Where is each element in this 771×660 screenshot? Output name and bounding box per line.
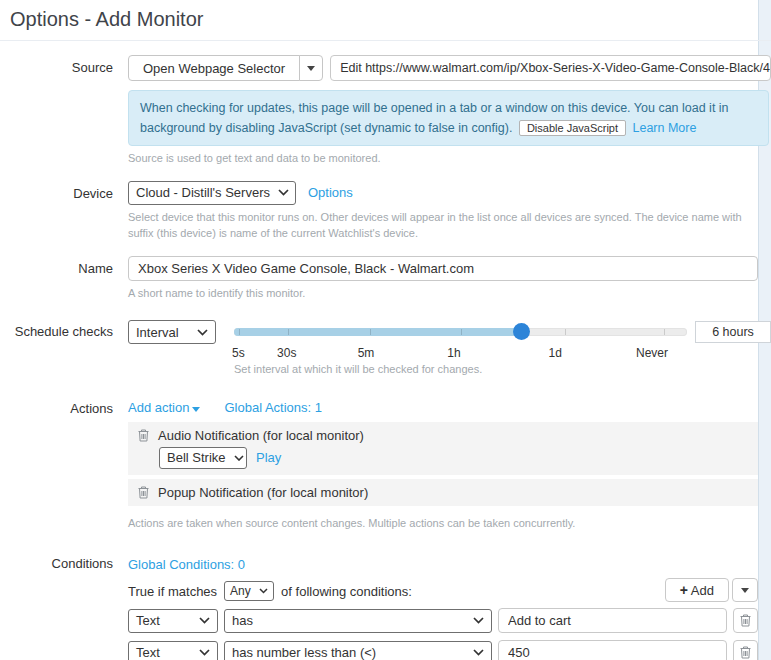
plus-icon: +: [680, 583, 688, 597]
interval-value-box: 6 hours: [695, 321, 771, 343]
tick-label: 30s: [277, 346, 296, 360]
schedule-help-text: Set interval at which it will be checked…: [234, 361, 758, 378]
selector-dropdown-button[interactable]: [299, 55, 323, 81]
device-row: Device Cloud - Distill's Servers Options…: [0, 181, 758, 242]
trash-icon: [138, 429, 149, 442]
trash-icon: [740, 646, 751, 659]
condition-type-value: Text: [136, 613, 160, 628]
name-help-text: A short name to identify this monitor.: [128, 285, 758, 302]
match-type-value: Any: [230, 584, 251, 598]
add-condition-button[interactable]: +Add: [665, 578, 729, 602]
delete-action-button[interactable]: [138, 429, 149, 442]
action-item-audio: Audio Notification (for local monitor) B…: [128, 422, 758, 475]
match-type-select[interactable]: Any: [224, 581, 274, 601]
condition-operator-value: has number less than (<): [232, 645, 376, 660]
source-label: Source: [0, 55, 128, 167]
condition-type-select[interactable]: Text: [128, 609, 218, 633]
chevron-down-icon: [199, 649, 210, 656]
condition-operator-value: has: [232, 613, 253, 628]
name-label: Name: [0, 256, 128, 302]
add-condition-label: Add: [691, 583, 714, 598]
tick-label: 1h: [447, 346, 460, 360]
action-item-popup: Popup Notification (for local monitor): [128, 479, 758, 506]
slider-tick-labels: 5s 30s 5m 1h 1d Never: [234, 346, 674, 361]
chevron-down-icon: [199, 617, 210, 624]
tick-label: 1d: [549, 346, 562, 360]
tick-label: 5m: [358, 346, 375, 360]
trash-icon: [138, 486, 149, 499]
action-title: Popup Notification (for local monitor): [158, 485, 368, 500]
match-suffix-text: of following conditions:: [281, 584, 412, 599]
source-row: Source Open Webpage Selector Edit https:…: [0, 55, 758, 167]
delete-condition-button[interactable]: [733, 640, 758, 660]
chevron-down-icon: [259, 588, 268, 594]
match-prefix-text: True if matches: [128, 584, 217, 599]
add-action-label: Add action: [128, 400, 189, 415]
caret-down-icon: [192, 407, 200, 412]
slider-thumb[interactable]: [513, 323, 530, 340]
condition-value-input[interactable]: [498, 640, 727, 660]
condition-operator-select[interactable]: has number less than (<): [224, 641, 492, 660]
device-select-value: Cloud - Distill's Servers: [136, 185, 270, 200]
condition-row: Text has: [128, 608, 758, 633]
schedule-mode-value: Interval: [136, 325, 179, 340]
learn-more-link[interactable]: Learn More: [632, 121, 696, 135]
play-link[interactable]: Play: [256, 450, 281, 465]
options-add-monitor-page: Options - Add Monitor Source Open Webpag…: [0, 0, 771, 660]
actions-row: Actions Add action Global Actions: 1 Aud…: [0, 396, 758, 532]
tick-label: Never: [636, 346, 668, 360]
add-action-link[interactable]: Add action: [128, 400, 200, 415]
conditions-label: Conditions: [0, 551, 128, 660]
delete-condition-button[interactable]: [733, 608, 758, 633]
disable-javascript-button[interactable]: Disable JavaScript: [519, 120, 626, 136]
conditions-row: Conditions Global Conditions: 0 True if …: [0, 551, 758, 660]
slider-tick: [565, 329, 566, 335]
schedule-mode-select[interactable]: Interval: [128, 320, 216, 344]
slider-tick: [370, 329, 371, 335]
open-webpage-selector-button[interactable]: Open Webpage Selector: [128, 55, 300, 81]
page-title: Options - Add Monitor: [0, 0, 771, 41]
slider-tick: [461, 329, 462, 335]
condition-row: Text has number less than (<): [128, 640, 758, 660]
slider-tick: [239, 329, 240, 335]
global-conditions-link[interactable]: Global Conditions: 0: [128, 557, 245, 572]
slider-fill: [234, 328, 522, 336]
chevron-down-icon: [197, 329, 208, 336]
chevron-down-icon: [234, 455, 244, 461]
schedule-label: Schedule checks: [0, 319, 128, 378]
global-actions-link[interactable]: Global Actions: 1: [224, 400, 322, 415]
sound-select[interactable]: Bell Strike: [159, 447, 247, 469]
info-alert: When checking for updates, this page wil…: [128, 90, 769, 146]
edit-url-button[interactable]: Edit https://www.walmart.com/ip/Xbox-Ser…: [330, 55, 771, 81]
actions-label: Actions: [0, 396, 128, 532]
condition-type-value: Text: [136, 645, 160, 660]
device-options-link[interactable]: Options: [308, 185, 353, 200]
caret-down-icon: [307, 66, 315, 71]
sound-select-value: Bell Strike: [167, 450, 226, 465]
slider-tick: [288, 329, 289, 335]
slider-tick: [664, 329, 665, 335]
actions-help-text: Actions are taken when source content ch…: [128, 515, 758, 532]
interval-slider[interactable]: [234, 319, 687, 345]
device-select[interactable]: Cloud - Distill's Servers: [128, 181, 296, 205]
chevron-down-icon: [473, 649, 484, 656]
condition-operator-select[interactable]: has: [224, 609, 492, 633]
trash-icon: [740, 614, 751, 627]
monitor-name-input[interactable]: [128, 256, 758, 281]
condition-value-input[interactable]: [498, 608, 727, 633]
name-row: Name A short name to identify this monit…: [0, 256, 758, 302]
add-condition-dropdown-button[interactable]: [732, 578, 758, 602]
chevron-down-icon: [473, 617, 484, 624]
tick-label: 5s: [232, 346, 245, 360]
device-label: Device: [0, 181, 128, 242]
action-title: Audio Notification (for local monitor): [158, 428, 364, 443]
caret-down-icon: [741, 588, 749, 593]
schedule-row: Schedule checks Interval: [0, 319, 758, 378]
source-help-text: Source is used to get text and data to b…: [128, 150, 758, 167]
condition-type-select[interactable]: Text: [128, 641, 218, 660]
delete-action-button[interactable]: [138, 486, 149, 499]
device-help-text: Select device that this monitor runs on.…: [128, 209, 758, 242]
chevron-down-icon: [278, 189, 289, 196]
